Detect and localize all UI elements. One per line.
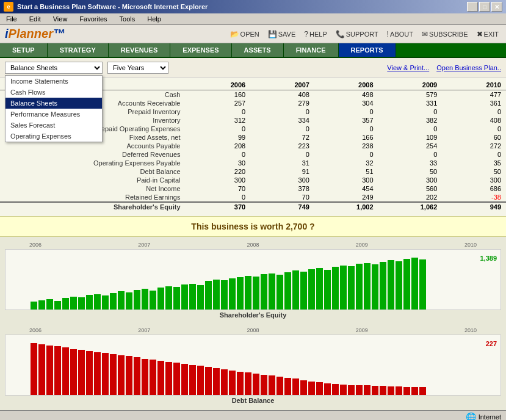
row-value: 60 [442, 133, 506, 142]
view-print-link[interactable]: View & Print... [387, 64, 429, 71]
row-value: 208 [187, 142, 251, 150]
menu-file[interactable]: File [4, 15, 20, 23]
tab-strategy[interactable]: STRATEGY [48, 43, 109, 57]
minimize-button[interactable]: _ [467, 2, 478, 12]
tab-revenues[interactable]: REVENUES [109, 43, 171, 57]
chart-bar [380, 262, 386, 310]
chart-bar [126, 292, 132, 310]
menu-cash-flows[interactable]: Cash Flows [5, 87, 102, 98]
chart-bar [372, 386, 378, 395]
row-value: 249 [314, 193, 378, 202]
chart-bar [316, 268, 323, 310]
about-button[interactable]: ! ABOUT [385, 29, 416, 39]
chart-bar [372, 264, 378, 310]
chart-bar [292, 378, 299, 395]
row-value: 0 [378, 107, 443, 116]
save-button[interactable]: 💾 SAVE [266, 29, 298, 39]
chart-bar [165, 286, 172, 310]
table-row: Operating Expenses Payable3031323335 [0, 159, 506, 167]
close-button[interactable]: ✕ [491, 2, 502, 12]
tab-finance[interactable]: FINANCE [284, 43, 339, 57]
debt-chart-years: 2006 2007 2008 2009 2010 [5, 327, 501, 333]
open-button[interactable]: 📂 OPEN [228, 29, 262, 39]
row-value: 254 [378, 142, 443, 150]
menu-edit[interactable]: Edit [27, 15, 43, 23]
chart-bar [324, 383, 331, 395]
chart-bar [221, 280, 228, 310]
row-value: 334 [250, 116, 314, 125]
chart-bar [86, 295, 93, 310]
save-label: SAVE [278, 31, 296, 38]
menu-balance-sheets[interactable]: Balance Sheets [5, 98, 102, 109]
menu-income-statements[interactable]: Income Statements [5, 76, 102, 87]
menu-performance-measures[interactable]: Performance Measures [5, 109, 102, 120]
tab-assets[interactable]: ASSETS [232, 43, 284, 57]
row-label: Net Income [0, 184, 187, 193]
row-value: 0 [442, 125, 506, 133]
exit-button[interactable]: ✖ EXIT [474, 29, 501, 39]
app-icon: e [4, 2, 13, 12]
row-value: 257 [187, 99, 251, 107]
row-value: 35 [442, 159, 506, 167]
open-label: OPEN [240, 31, 259, 38]
tab-setup[interactable]: SETUP [0, 43, 48, 57]
chart-bar [340, 385, 347, 395]
row-value: 0 [378, 150, 443, 159]
chart-bar [380, 386, 386, 395]
equity-chart-container: 2006 2007 2008 2009 2010 1,389 Sharehold… [0, 239, 506, 325]
chart-bar [165, 362, 172, 395]
chart-bar [332, 384, 339, 395]
chart-bar [118, 291, 125, 310]
maximize-button[interactable]: □ [479, 2, 490, 12]
summary-row: Shareholder's Equity3707491,0021,062949 [0, 202, 506, 211]
menu-tools[interactable]: Tools [117, 15, 138, 23]
menu-view[interactable]: View [51, 15, 70, 23]
chart-bar [142, 359, 148, 396]
table-row: Accounts Payable208223238254272 [0, 142, 506, 150]
row-value: 357 [314, 116, 378, 125]
row-value: 0 [378, 125, 443, 133]
chart-bar [269, 273, 275, 310]
chart-bar [300, 380, 307, 395]
open-business-plan-link[interactable]: Open Business Plan.. [436, 64, 501, 71]
chart-bar [213, 368, 220, 395]
chart-bar [237, 277, 244, 310]
time-period-dropdown[interactable]: Five Years One Year [107, 62, 168, 74]
chart-bar [276, 377, 283, 395]
equity-year-2006: 2006 [29, 242, 42, 248]
equity-year-2010: 2010 [464, 242, 477, 248]
menu-help[interactable]: Help [145, 15, 164, 23]
menu-sales-forecast[interactable]: Sales Forecast [5, 120, 102, 131]
chart-bar [46, 299, 53, 310]
window-controls[interactable]: _ □ ✕ [467, 2, 502, 12]
row-value: 33 [378, 159, 443, 167]
equity-year-2007: 2007 [138, 242, 150, 248]
help-button[interactable]: ? HELP [302, 29, 329, 39]
row-value: 51 [314, 167, 378, 176]
chart-bar [324, 270, 331, 310]
chart-bar [253, 277, 259, 310]
chart-bar [348, 266, 355, 310]
chart-bar [94, 352, 101, 395]
tab-expenses[interactable]: EXPENSES [170, 43, 231, 57]
chart-bar [261, 274, 267, 310]
chart-bar [150, 360, 156, 395]
chart-bar [102, 295, 109, 310]
debt-chart-area: 227 [5, 335, 501, 396]
header-2007: 2007 [250, 81, 314, 90]
support-button[interactable]: 📞 SUPPORT [333, 29, 381, 39]
report-type-dropdown[interactable]: Balance Sheets Income Statements Cash Fl… [5, 62, 103, 74]
equity-chart-title: Shareholder's Equity [5, 310, 501, 320]
chart-bar [388, 260, 394, 310]
row-value: -38 [442, 193, 506, 202]
row-value: 477 [442, 90, 506, 100]
equity-chart-years: 2006 2007 2008 2009 2010 [5, 242, 501, 248]
chart-bar [181, 364, 188, 395]
tab-reports[interactable]: REPORTS [339, 43, 396, 57]
subscribe-button[interactable]: ✉ SUBSCRIBE [419, 29, 471, 39]
chart-bar [78, 297, 85, 310]
menu-favorites[interactable]: Favorites [77, 15, 109, 23]
menu-operating-expenses[interactable]: Operating Expenses [5, 131, 102, 142]
chart-bar [340, 266, 347, 310]
chart-bar [245, 276, 251, 310]
